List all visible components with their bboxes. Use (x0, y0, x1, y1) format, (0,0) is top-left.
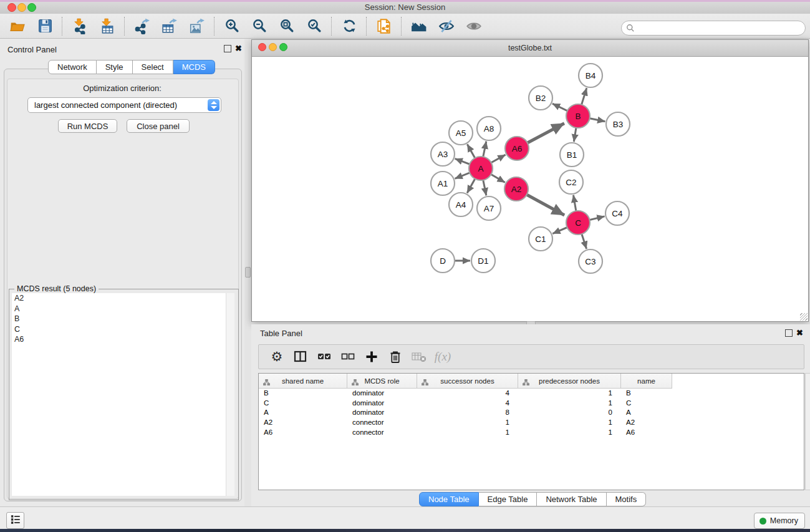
deselect-all-icon[interactable] (340, 349, 356, 365)
column-header-shared-name[interactable]: shared name (259, 374, 347, 388)
graph-node-A7[interactable]: A7 (477, 196, 501, 220)
table-scrollbar[interactable] (805, 373, 810, 490)
graph-node-A5[interactable]: A5 (449, 121, 473, 145)
graph-node-A[interactable]: A (469, 157, 493, 180)
graph-node-C2[interactable]: C2 (559, 170, 583, 194)
open-session-button[interactable] (9, 18, 26, 34)
tab-network[interactable]: Network (48, 60, 97, 74)
graph-node-C1[interactable]: C1 (529, 227, 552, 251)
table-row[interactable]: Adominator80A (259, 408, 804, 418)
save-session-button[interactable] (37, 18, 53, 34)
import-network-button[interactable] (72, 18, 88, 34)
zoom-fit-button[interactable] (279, 18, 295, 34)
dropdown-stepper-icon (208, 99, 219, 111)
table-row[interactable]: A6connector11A6 (259, 427, 804, 437)
graph-node-A8[interactable]: A8 (477, 117, 501, 140)
resize-grip[interactable] (800, 313, 808, 321)
export-table-button[interactable] (162, 18, 178, 34)
search-input[interactable] (637, 22, 805, 34)
tab-edge-table[interactable]: Edge Table (479, 492, 538, 506)
mcds-result-item[interactable]: A6 (12, 334, 226, 345)
session-title: Session: New Session (0, 2, 810, 12)
table-cell: dominator (347, 389, 417, 397)
mcds-result-item[interactable]: C (12, 324, 226, 335)
graph-node-A1[interactable]: A1 (431, 172, 455, 195)
run-mcds-button[interactable]: Run MCDS (58, 119, 117, 133)
graph-node-C3[interactable]: C3 (579, 249, 602, 273)
mcds-result-scrollbar[interactable] (226, 293, 234, 496)
table-row[interactable]: Cdominator41C (259, 398, 804, 408)
refresh-button[interactable] (341, 18, 357, 34)
tab-style[interactable]: Style (97, 60, 133, 74)
task-history-button[interactable] (6, 512, 24, 529)
table-panel-float-button[interactable] (785, 329, 793, 337)
columns-icon[interactable] (292, 349, 309, 365)
svg-text:A3: A3 (438, 150, 448, 159)
svg-text:A5: A5 (456, 128, 466, 138)
search-box[interactable] (621, 21, 806, 36)
graph-node-A4[interactable]: A4 (449, 193, 473, 216)
table-row[interactable]: Bdominator41B (259, 388, 804, 398)
tab-mcds[interactable]: MCDS (173, 60, 215, 74)
graph-node-B4[interactable]: B4 (579, 64, 602, 87)
search-icon (626, 24, 635, 32)
table-body: Bdominator41BCdominator41CAdominator80AA… (259, 388, 804, 437)
control-panel-float-button[interactable] (224, 45, 231, 52)
vertical-splitter-handle[interactable] (245, 267, 251, 278)
import-table-button[interactable] (99, 18, 115, 34)
graph-node-B2[interactable]: B2 (529, 86, 552, 110)
tab-network-table[interactable]: Network Table (537, 492, 606, 506)
mcds-result-list[interactable]: A2ABCA6 (12, 293, 226, 496)
vertical-splitter[interactable] (244, 39, 251, 506)
table-cell: A6 (259, 428, 347, 436)
tab-select[interactable]: Select (133, 60, 173, 74)
dropdown-value: largest connected component (directed) (34, 100, 177, 110)
mcds-result-item[interactable]: A (12, 304, 226, 314)
graph-node-B3[interactable]: B3 (606, 112, 630, 136)
manage-networks-button[interactable] (376, 18, 392, 34)
table-row[interactable]: A2connector11A2 (259, 417, 804, 427)
column-header-predecessor-nodes[interactable]: predecessor nodes (518, 374, 621, 388)
column-header-name[interactable]: name (621, 374, 672, 388)
gear-icon[interactable]: ⚙ (269, 349, 285, 365)
tab-motifs[interactable]: Motifs (607, 492, 647, 506)
graph-node-C4[interactable]: C4 (605, 201, 629, 225)
export-network-button[interactable] (134, 18, 150, 34)
tab-node-table[interactable]: Node Table (419, 492, 479, 506)
graph-node-B[interactable]: B (566, 104, 590, 128)
graph-node-D[interactable]: D (431, 249, 455, 273)
graph-node-A6[interactable]: A6 (505, 137, 529, 160)
close-panel-button[interactable]: Close panel (127, 119, 190, 133)
table-cell: dominator (347, 409, 417, 416)
mcds-result-item[interactable]: B (12, 314, 226, 324)
svg-text:C1: C1 (535, 235, 546, 244)
table-panel-close-button[interactable]: ✖ (796, 329, 803, 336)
select-all-icon[interactable] (316, 349, 332, 365)
table-cell: A (621, 409, 672, 416)
graph-node-B1[interactable]: B1 (560, 143, 584, 167)
fx-icon: f(x) (435, 349, 451, 365)
zoom-in-button[interactable] (224, 18, 240, 34)
table-cell: 8 (417, 409, 518, 416)
memory-button[interactable]: Memory (754, 513, 805, 529)
trash-icon[interactable] (387, 349, 403, 365)
graph-node-A2[interactable]: A2 (504, 177, 528, 201)
add-icon[interactable] (364, 349, 380, 365)
table-cell: C (259, 399, 347, 407)
column-header-MCDS-role[interactable]: MCDS role (347, 374, 417, 388)
table-cell: A2 (621, 418, 672, 426)
network-canvas[interactable]: AA1A2A3A4A5A6A7A8BB1B2B3B4CC1C2C3C4DD1 (252, 57, 808, 321)
graph-node-D1[interactable]: D1 (471, 249, 495, 273)
home-button[interactable] (411, 18, 427, 34)
optimization-criterion-dropdown[interactable]: largest connected component (directed) (27, 97, 221, 113)
hide-graphics-button[interactable] (438, 18, 455, 34)
column-header-successor-nodes[interactable]: successor nodes (417, 374, 518, 388)
graph-node-A3[interactable]: A3 (431, 142, 455, 166)
control-panel-close-button[interactable]: ✖ (235, 45, 242, 52)
zoom-selected-button[interactable] (306, 18, 322, 34)
export-image-button[interactable] (189, 18, 205, 34)
mcds-result-item[interactable]: A2 (12, 293, 226, 304)
zoom-out-button[interactable] (251, 18, 268, 34)
graph-node-C[interactable]: C (566, 211, 590, 235)
show-graphics-button[interactable] (466, 18, 482, 34)
